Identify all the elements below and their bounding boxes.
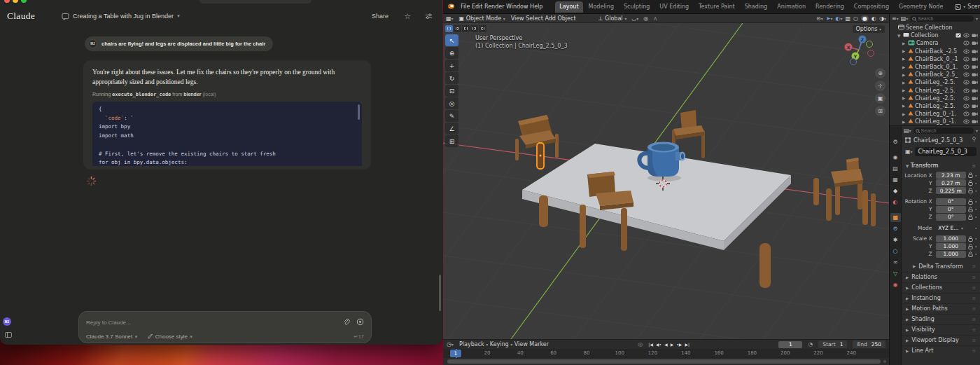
outliner-display-mode-icon[interactable]: ▤▾: [901, 15, 909, 22]
expander-icon[interactable]: ▶: [902, 41, 906, 46]
timeline-editor-type-icon[interactable]: ◷▾: [447, 341, 454, 347]
expander-icon[interactable]: ▶: [902, 73, 906, 77]
account-avatar[interactable]: MJ: [3, 317, 11, 326]
timeline-menu-playback[interactable]: Playback ▾: [459, 341, 488, 347]
animate-dot-icon[interactable]: •: [974, 236, 977, 241]
expander-icon[interactable]: ▶: [902, 96, 906, 100]
gizmo-neg-x-axis[interactable]: [868, 50, 874, 57]
3d-viewport[interactable]: Options ▾ User Perspective (1) Collectio…: [443, 23, 889, 339]
animate-dot-icon[interactable]: •: [974, 199, 977, 204]
shading-solid-icon[interactable]: ●: [861, 15, 869, 22]
expander-icon[interactable]: ▶: [902, 65, 906, 69]
object-name-field[interactable]: ChairLeg_2.5_0_3: [915, 147, 976, 156]
minimize-window-button[interactable]: [13, 0, 18, 3]
object-data-icon[interactable]: ▣▾: [905, 149, 913, 155]
play-button[interactable]: ▶: [671, 342, 674, 347]
disable-in-renders-icon[interactable]: [972, 104, 978, 109]
transform-value-rotation-x-3[interactable]: 0°: [936, 198, 966, 205]
tool-rotate-icon[interactable]: ↻: [445, 72, 458, 84]
disable-in-renders-icon[interactable]: [972, 111, 978, 116]
workspace-tab-compositing[interactable]: Compositing: [850, 1, 893, 13]
outliner-row-collection[interactable]: ▼Collection: [890, 32, 980, 39]
disable-in-renders-icon[interactable]: [972, 72, 978, 77]
shading-wireframe-icon[interactable]: ○: [853, 15, 858, 22]
workspace-tab-rendering[interactable]: Rendering: [811, 1, 848, 13]
tool-select-box-icon[interactable]: ↖: [445, 34, 458, 46]
tab-world-properties[interactable]: ◐: [890, 198, 901, 207]
workspace-tab-geometry-node[interactable]: Geometry Node: [895, 1, 947, 13]
animate-dot-icon[interactable]: •: [974, 226, 977, 230]
tab-constraints-properties[interactable]: ∞: [890, 258, 901, 267]
select-mode-button-3[interactable]: [462, 25, 470, 32]
scene-selected-leg[interactable]: [537, 143, 544, 169]
lock-icon[interactable]: [968, 236, 974, 242]
outliner-row-chairleg-2-5-[interactable]: ▶ChairLeg_-2.5.: [890, 78, 980, 86]
object-visibility-icon[interactable]: ⊙▾: [816, 15, 823, 22]
camera-view-icon[interactable]: ▣: [875, 93, 886, 104]
animate-dot-icon[interactable]: •: [974, 188, 977, 193]
viewport-menu-select[interactable]: Select: [526, 15, 543, 22]
hide-in-viewport-icon[interactable]: [963, 49, 969, 54]
viewport-menu-add[interactable]: Add: [545, 15, 556, 22]
current-frame-field[interactable]: 1: [778, 341, 802, 348]
settings-sliders-icon[interactable]: [425, 13, 433, 20]
tab-tool-properties[interactable]: ⚙: [890, 137, 901, 146]
scene-table-leg[interactable]: [539, 195, 548, 227]
viewport-menu-view[interactable]: View: [511, 15, 524, 22]
proportional-edit-icon[interactable]: ◎: [643, 15, 648, 22]
workspace-tab-layout[interactable]: Layout: [555, 1, 582, 13]
transform-value-z-2[interactable]: 0.225 m: [936, 187, 966, 194]
current-frame-badge[interactable]: 1: [450, 350, 461, 357]
hide-in-viewport-icon[interactable]: [963, 57, 969, 62]
section-visibility[interactable]: ▶Visibility≡: [902, 324, 980, 335]
menu-file[interactable]: File: [461, 4, 470, 10]
snap-magnet-icon[interactable]: ◡▾: [631, 15, 638, 22]
tool-annotate-icon[interactable]: ✎: [445, 110, 458, 122]
hide-in-viewport-icon[interactable]: [963, 119, 969, 124]
lock-icon[interactable]: [968, 188, 974, 193]
reply-input[interactable]: [86, 319, 337, 326]
animate-dot-icon[interactable]: •: [974, 252, 977, 256]
outliner-filter-icon[interactable]: ≡▾: [892, 15, 899, 22]
transform-value-y-1[interactable]: 0.27 m: [936, 179, 966, 186]
outliner-row-chairback-0-1[interactable]: ▶ChairBack_0_-1: [890, 55, 980, 63]
attachment-icon[interactable]: [343, 316, 350, 329]
animate-dot-icon[interactable]: •: [974, 214, 977, 219]
disable-in-renders-icon[interactable]: [972, 64, 978, 69]
chat-scrollbar[interactable]: [439, 28, 441, 310]
expander-icon[interactable]: ▶: [902, 88, 906, 92]
menu-edit[interactable]: Edit: [472, 4, 483, 10]
tab-output-properties[interactable]: ▤: [890, 164, 901, 173]
xray-toggle-icon[interactable]: ▥: [845, 15, 850, 22]
timeline-scroll-handle[interactable]: [883, 360, 886, 363]
lock-icon[interactable]: [968, 252, 974, 257]
tab-material-properties[interactable]: ◉: [890, 280, 901, 289]
select-mode-button-2[interactable]: [454, 25, 461, 32]
outliner-row-chairleg-0-1-[interactable]: ▶ChairLeg_0_-1.: [890, 118, 980, 125]
outliner-options-chevron[interactable]: ▾: [976, 16, 978, 21]
menu-render[interactable]: Render: [484, 4, 504, 10]
outliner-row-chairleg-2-5-[interactable]: ▶ChairLeg_-2.5.: [890, 102, 980, 110]
timeline-menu-marker[interactable]: Marker: [529, 341, 549, 347]
tab-data-properties[interactable]: ▽: [890, 269, 901, 278]
disable-in-renders-icon[interactable]: [972, 49, 978, 54]
disable-in-renders-icon[interactable]: [972, 80, 978, 85]
transform-value-y-4[interactable]: 0°: [936, 206, 966, 213]
transform-panel-header[interactable]: ▼ Transform ≡: [904, 161, 977, 172]
section-relations[interactable]: ▶Relations≡: [902, 272, 980, 282]
toggle-perspective-icon[interactable]: ⊞: [875, 106, 886, 116]
hide-in-viewport-icon[interactable]: [963, 33, 969, 38]
tab-object-properties[interactable]: ■: [890, 213, 901, 222]
outliner-row-chairback-0-1-[interactable]: ▶ChairBack_0_1.: [890, 63, 980, 71]
prev-keyframe-button[interactable]: ◀•: [656, 342, 662, 347]
pin-id-icon[interactable]: [972, 137, 976, 144]
hide-in-viewport-icon[interactable]: [963, 80, 969, 85]
disable-in-renders-icon[interactable]: [972, 33, 978, 38]
mode-selector[interactable]: ▣ Object Mode ▾: [459, 15, 505, 22]
section-line-art[interactable]: ▶Line Art≡: [902, 345, 980, 356]
disable-in-renders-icon[interactable]: [972, 88, 978, 93]
expander-icon[interactable]: ▶: [902, 104, 906, 108]
hide-in-viewport-icon[interactable]: [963, 111, 969, 116]
tab-physics-properties[interactable]: ○: [890, 247, 901, 256]
disable-in-renders-icon[interactable]: [972, 41, 978, 46]
